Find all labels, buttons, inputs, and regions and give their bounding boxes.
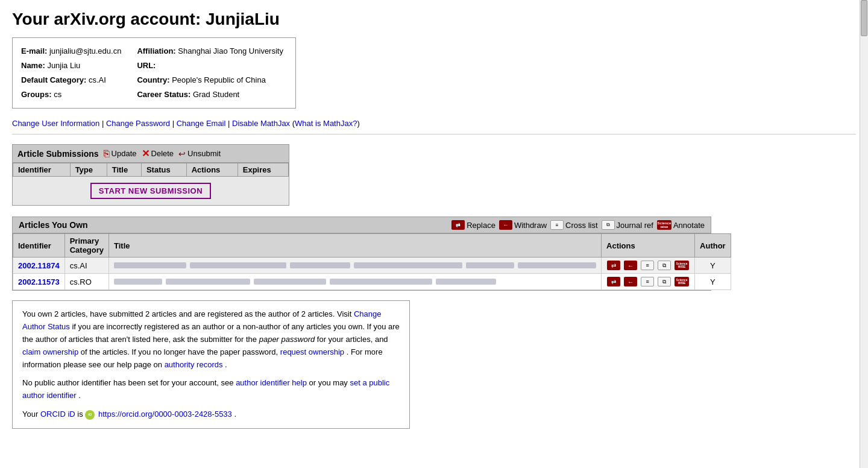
articles-table: Identifier Primary Category Title Action…	[13, 233, 731, 290]
row1-replace-icon: ⇄	[607, 261, 620, 270]
row2-replace-btn[interactable]: ⇄	[606, 276, 621, 287]
unsubmit-btn[interactable]: ↩ Unsubmit	[178, 149, 221, 159]
row1-journalref-icon: ⧉	[658, 261, 671, 270]
change-email-link[interactable]: Change Email	[177, 119, 226, 128]
author-cell: Y	[695, 258, 731, 274]
email-label: E-mail:	[21, 46, 47, 55]
change-user-info-link[interactable]: Change User Information	[12, 119, 99, 128]
row1-crosslist-icon: ≡	[641, 261, 654, 270]
articles-header: Articles You Own ⇄ Replace ← Withdraw ≡ …	[13, 217, 711, 233]
update-icon: ⎘	[104, 148, 110, 159]
row1-crosslist-btn[interactable]: ≡	[640, 260, 655, 271]
col-expires: Expires	[237, 163, 288, 177]
update-btn[interactable]: ⎘ Update	[104, 148, 137, 159]
paper-password-em: paper password	[259, 335, 315, 344]
title-cell-2	[109, 274, 602, 290]
table-row: 2002.11573 cs.RO	[13, 274, 731, 290]
withdraw-icon: ←	[499, 220, 512, 230]
col-status: Status	[141, 163, 186, 177]
submissions-header: Article Submissions ⎘ Update ✕ Delete ↩ …	[13, 145, 289, 163]
annotate-icon: Sciencewise	[657, 220, 671, 230]
row2-journalref-btn[interactable]: ⧉	[657, 276, 671, 287]
row2-crosslist-btn[interactable]: ≡	[640, 276, 655, 287]
articles-you-own-container: Articles You Own ⇄ Replace ← Withdraw ≡ …	[12, 217, 711, 291]
row1-journalref-btn[interactable]: ⧉	[657, 260, 671, 271]
delete-btn[interactable]: ✕ Delete	[142, 148, 174, 159]
row2-sciencewise-btn[interactable]: ScienceWISE	[674, 276, 690, 287]
row2-journalref-icon: ⧉	[658, 277, 671, 286]
info-box: You own 2 articles, have submitted 2 art…	[12, 300, 410, 428]
divider	[12, 134, 856, 134]
unsubmit-icon: ↩	[178, 149, 186, 159]
col-identifier: Identifier	[13, 163, 71, 177]
th-actions: Actions	[602, 234, 695, 258]
info-paragraph-2: No public author identifier has been set…	[22, 377, 400, 402]
article-id-link[interactable]: 2002.11874	[18, 261, 60, 270]
articles-header-title: Articles You Own	[19, 220, 88, 230]
delete-icon: ✕	[142, 148, 149, 159]
table-row: 2002.11874 cs.AI	[13, 258, 731, 274]
row1-replace-btn[interactable]: ⇄	[606, 260, 621, 271]
category-cell: cs.AI	[64, 258, 108, 274]
author-identifier-help-link[interactable]: author identifier help	[236, 378, 307, 387]
request-ownership-link[interactable]: request ownership	[280, 347, 344, 356]
email-value: junjialiu@sjtu.edu.cn	[49, 46, 121, 55]
replace-btn[interactable]: ⇄ Replace	[451, 220, 495, 230]
row2-withdraw-btn[interactable]: ←	[623, 276, 638, 287]
name-label: Name:	[21, 61, 45, 70]
row1-withdraw-icon: ←	[624, 261, 637, 270]
article-id-link-2[interactable]: 2002.11573	[18, 277, 60, 286]
career-status-value: Grad Student	[193, 90, 239, 99]
col-type: Type	[70, 163, 107, 177]
url-label: URL:	[137, 61, 156, 70]
what-is-mathjax-link[interactable]: What is MathJax?	[295, 119, 357, 128]
claim-ownership-link[interactable]: claim ownership	[22, 347, 78, 356]
default-category-value: cs.AI	[89, 75, 106, 84]
article-submissions-box: Article Submissions ⎘ Update ✕ Delete ↩ …	[12, 144, 289, 206]
category-cell-2: cs.RO	[64, 274, 108, 290]
submissions-title: Article Submissions	[17, 149, 99, 159]
groups-value: cs	[54, 90, 61, 99]
crosslist-btn[interactable]: ≡ Cross list	[550, 220, 597, 230]
info-paragraph-3: Your ORCID iD is https://orcid.org/0000-…	[22, 408, 400, 421]
nav-links: Change User Information | Change Passwor…	[12, 119, 856, 128]
crosslist-icon: ≡	[550, 220, 564, 230]
withdraw-btn[interactable]: ← Withdraw	[499, 220, 547, 230]
annotate-btn[interactable]: Sciencewise Annotate	[657, 220, 705, 230]
articles-header-actions: ⇄ Replace ← Withdraw ≡ Cross list ⧉ Jour…	[451, 220, 705, 230]
author-cell-2: Y	[695, 274, 731, 290]
country-label: Country:	[137, 75, 169, 84]
journalref-icon: ⧉	[602, 220, 615, 230]
orcid-id-link[interactable]: ORCID iD	[40, 410, 75, 419]
th-author: Author	[695, 234, 731, 258]
disable-mathjax-link[interactable]: Disable MathJax	[232, 119, 290, 128]
col-actions: Actions	[186, 163, 237, 177]
info-paragraph-1: You own 2 articles, have submitted 2 art…	[22, 308, 400, 371]
orcid-logo	[85, 410, 95, 420]
affiliation-label: Affiliation:	[137, 46, 175, 55]
col-title: Title	[107, 163, 141, 177]
replace-icon: ⇄	[451, 220, 465, 230]
actions-cell-2: ⇄ ← ≡ ⧉ ScienceWISE	[602, 274, 695, 290]
article-id-cell: 2002.11573	[13, 274, 65, 290]
submissions-table: Identifier Type Title Status Actions Exp…	[13, 163, 289, 205]
country-value: People's Republic of China	[172, 75, 266, 84]
th-identifier: Identifier	[13, 234, 65, 258]
row1-sciencewise-btn[interactable]: ScienceWISE	[674, 260, 690, 271]
row1-withdraw-btn[interactable]: ←	[623, 260, 638, 271]
start-new-submission-button[interactable]: START NEW SUBMISSION	[90, 183, 211, 199]
article-id-cell: 2002.11874	[13, 258, 65, 274]
scrollbar-thumb[interactable]	[861, 0, 867, 36]
journalref-btn[interactable]: ⧉ Journal ref	[602, 220, 653, 230]
authority-records-link[interactable]: authority records	[165, 360, 223, 369]
groups-label: Groups:	[21, 90, 52, 99]
row1-sciencewise-icon: ScienceWISE	[675, 261, 689, 270]
row2-withdraw-icon: ←	[624, 277, 637, 286]
title-cell	[109, 258, 602, 274]
name-value: Junjia Liu	[47, 61, 80, 70]
account-info-box: E-mail: junjialiu@sjtu.edu.cn Affiliatio…	[12, 37, 296, 109]
actions-cell: ⇄ ← ≡ ⧉ ScienceWISE	[602, 258, 695, 274]
change-password-link[interactable]: Change Password	[106, 119, 170, 128]
orcid-url-link[interactable]: https://orcid.org/0000-0003-2428-5533	[98, 410, 232, 419]
scrollbar-track[interactable]	[860, 0, 868, 438]
